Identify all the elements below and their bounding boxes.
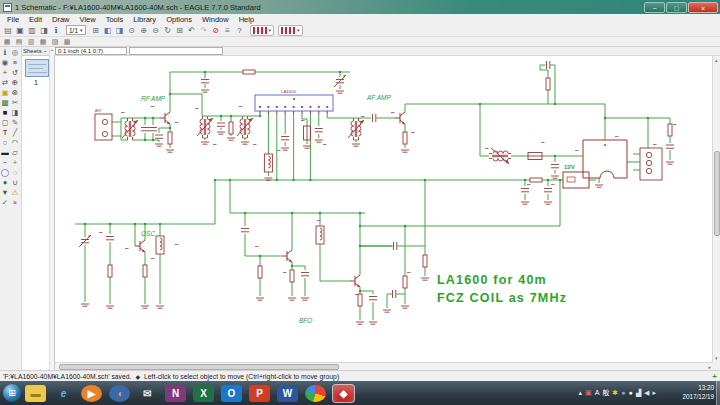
wire-tool-icon[interactable]: ╱ (10, 128, 20, 138)
schematic-canvas[interactable]: LA1600 ANT RF AMP AF AMP OSC BFO 12V LA1… (55, 56, 712, 362)
display-layers-icon[interactable]: ◧ (102, 25, 114, 36)
ime-language-indicator[interactable]: A (595, 381, 600, 405)
add-tool-icon[interactable]: ◨ (10, 108, 20, 118)
rect-tool-icon[interactable]: ▬ (0, 148, 10, 158)
zoom-redraw-icon[interactable]: ↻ (162, 25, 174, 36)
taskbar-mail-icon[interactable]: ✉ (137, 385, 158, 402)
ulp-button-2[interactable]: ▾ (278, 25, 303, 36)
paste-tool-icon[interactable]: ▩ (0, 98, 10, 108)
command-input[interactable] (129, 47, 223, 55)
show-desktop-button[interactable] (716, 381, 720, 405)
tray-overflow-icon[interactable]: ▴ (579, 381, 583, 405)
start-button[interactable]: ⊞ (3, 384, 21, 402)
ulp-button-1[interactable]: ▾ (250, 25, 275, 36)
replace-tool-icon[interactable]: ✎ (10, 118, 20, 128)
taskbar-outlook-icon[interactable]: O (221, 385, 242, 402)
new-icon[interactable]: ▤ (2, 25, 14, 36)
help-icon[interactable]: ? (234, 25, 246, 36)
tray-app2-icon[interactable]: ● (621, 381, 625, 405)
smash-tool-icon[interactable]: ~ (0, 158, 10, 168)
rotate-tool-icon[interactable]: ↺ (10, 68, 20, 78)
taskbar-mediaplayer-icon[interactable]: ▶ (81, 385, 102, 402)
ime-mode-indicator[interactable]: 般 (602, 381, 609, 405)
split-tool-icon[interactable]: ∪ (10, 178, 20, 188)
label-tool-icon[interactable]: ◌ (10, 168, 20, 178)
taskbar-excel-icon[interactable]: X (193, 385, 214, 402)
frame-icon[interactable]: ▦ (38, 37, 48, 46)
drc-tool-icon[interactable]: × (10, 198, 20, 208)
tray-app3-icon[interactable]: ● (628, 381, 632, 405)
layer-all-icon[interactable]: ▩ (62, 37, 72, 46)
menu-item[interactable]: Options (161, 15, 197, 24)
print-icon[interactable]: ▥ (26, 25, 38, 36)
grid-toggle-icon[interactable]: ▦ (2, 37, 12, 46)
grid-size-icon[interactable]: ▤ (14, 37, 24, 46)
zoom-select-icon[interactable]: ⊞ (174, 25, 186, 36)
taskbar-eagle-icon[interactable]: ◆ (333, 385, 354, 402)
save-icon[interactable]: ▣ (14, 25, 26, 36)
bus-tool-icon[interactable]: ◯ (0, 168, 10, 178)
sheet-selector[interactable]: 1/1 ▾ (66, 25, 86, 35)
taskbar-onenote-icon[interactable]: N (165, 385, 186, 402)
errors-tool-icon[interactable]: ⚠ (10, 188, 20, 198)
info-icon[interactable]: ℹ (50, 25, 62, 36)
arc-tool-icon[interactable]: ◠ (10, 138, 20, 148)
show-tool-icon[interactable]: ◎ (10, 48, 20, 58)
menu-item[interactable]: Tools (101, 15, 129, 24)
zoom-in-icon[interactable]: ⊕ (138, 25, 150, 36)
taskbar-ie-icon[interactable]: e (53, 385, 74, 402)
taskbar-firefox-icon[interactable]: ◖ (109, 385, 130, 402)
move-tool-icon[interactable]: + (0, 68, 10, 78)
grid-alt-icon[interactable]: ▥ (26, 37, 36, 46)
menu-item[interactable]: Edit (24, 15, 47, 24)
invoke-tool-icon[interactable]: ▼ (0, 188, 10, 198)
menu-item[interactable]: Window (197, 15, 234, 24)
stop-icon[interactable]: ⊘ (210, 25, 222, 36)
undo-icon[interactable]: ↶ (186, 25, 198, 36)
group-tool-icon[interactable]: ▣ (0, 88, 10, 98)
circle-tool-icon[interactable]: ○ (0, 138, 10, 148)
zoom-out-icon[interactable]: ⊖ (150, 25, 162, 36)
erc-tool-icon[interactable]: ✓ (0, 198, 10, 208)
vertical-scrollbar[interactable]: ▴ ▾ (712, 56, 720, 362)
pin-icon[interactable]: ▪ (43, 48, 47, 54)
tray-network-icon[interactable]: ▟ (636, 381, 641, 405)
delete-tool-icon[interactable]: ■ (0, 108, 10, 118)
layer-view-icon[interactable]: ▨ (50, 37, 60, 46)
title-bar[interactable]: 1 Schematic - F:¥LA1600-40M¥LA1600-40M.s… (0, 0, 720, 14)
minimize-button[interactable]: − (644, 2, 665, 13)
menu-item[interactable]: File (2, 15, 24, 24)
mirror-tool-icon[interactable]: ⇄ (0, 78, 10, 88)
polygon-tool-icon[interactable]: ▱ (10, 148, 20, 158)
name-tool-icon[interactable]: T (0, 128, 10, 138)
run-script-icon[interactable]: ≡ (222, 25, 234, 36)
display-tool-icon[interactable]: ◉ (0, 58, 10, 68)
taskbar-chrome-icon[interactable] (305, 385, 326, 402)
maximize-button[interactable]: □ (666, 2, 687, 13)
zoom-fit-icon[interactable]: ⊙ (126, 25, 138, 36)
tray-action-icon[interactable]: ▸ (652, 381, 656, 405)
sheets-scrollbar[interactable]: ▴ (49, 47, 54, 370)
close-button[interactable]: × (688, 2, 718, 13)
tray-volume-icon[interactable]: ◀ (644, 381, 649, 405)
mark-tool-icon[interactable]: ≡ (10, 58, 20, 68)
info-tool-icon[interactable]: ℹ (0, 48, 10, 58)
menu-item[interactable]: Library (128, 15, 161, 24)
copy-tool-icon[interactable]: ⊕ (10, 78, 20, 88)
cut-tool-icon[interactable]: ✂ (10, 98, 20, 108)
horizontal-scrollbar[interactable]: ▸ (55, 362, 712, 370)
taskbar-powerpoint-icon[interactable]: P (249, 385, 270, 402)
change-tool-icon[interactable]: ⊗ (10, 88, 20, 98)
menu-item[interactable]: Draw (47, 15, 75, 24)
junction-tool-icon[interactable]: ● (0, 178, 10, 188)
pinswap-tool-icon[interactable]: ◻ (0, 118, 10, 128)
taskbar-explorer-icon[interactable]: ▬ (25, 385, 46, 402)
grid-icon[interactable]: ⊞ (90, 25, 102, 36)
menu-item[interactable]: View (75, 15, 101, 24)
redo-icon[interactable]: ↷ (198, 25, 210, 36)
net-tool-icon[interactable]: + (10, 158, 20, 168)
export-image-icon[interactable]: ◨ (38, 25, 50, 36)
vertical-scrollbar-thumb[interactable] (714, 151, 720, 236)
taskbar-word-icon[interactable]: W (277, 385, 298, 402)
taskbar-clock[interactable]: 13:20 2017/12/19 (662, 383, 714, 401)
